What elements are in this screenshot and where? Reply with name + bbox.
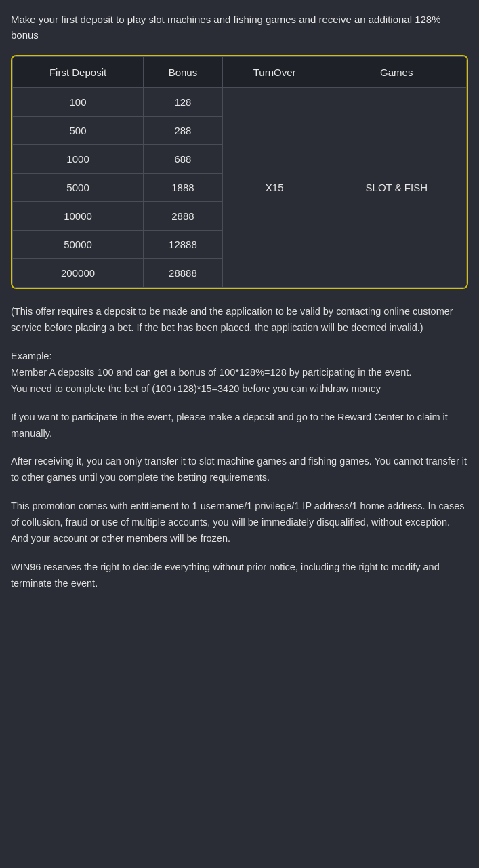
paragraph-5: This promotion comes with entitlement to… (11, 498, 468, 547)
table-row: 128 (144, 88, 223, 117)
header-text: Make your first deposit to play slot mac… (11, 12, 468, 43)
paragraph-6: WIN96 reserves the right to decide every… (11, 559, 468, 592)
table-row: 688 (144, 145, 223, 174)
table-turnover-cell: X15 (222, 88, 327, 288)
example-body: Member A deposits 100 and can get a bonu… (11, 367, 411, 394)
table-row: 1000 (13, 145, 144, 174)
table-row: 1888 (144, 174, 223, 202)
table-row: 200000 (13, 259, 144, 288)
table-row: 500 (13, 117, 144, 145)
paragraph-1: (This offer requires a deposit to be mad… (11, 304, 468, 336)
example-label: Example: (11, 349, 468, 365)
col-turnover: TurnOver (222, 57, 327, 88)
table-row: 12888 (144, 231, 223, 259)
table-row: 100 (13, 88, 144, 117)
table-row: 28888 (144, 259, 223, 288)
table-row: 5000 (13, 174, 144, 202)
col-bonus: Bonus (144, 57, 223, 88)
table-row: 2888 (144, 202, 223, 231)
paragraph-3: If you want to participate in the event,… (11, 410, 468, 442)
paragraph-4: After receiving it, you can only transfe… (11, 454, 468, 486)
example-section: Example: Member A deposits 100 and can g… (11, 349, 468, 397)
table-games-cell: SLOT & FISH (327, 88, 466, 288)
bonus-table-wrapper: First Deposit Bonus TurnOver Games 10012… (11, 55, 468, 289)
col-first-deposit: First Deposit (13, 57, 144, 88)
table-row: 288 (144, 117, 223, 145)
table-row: 50000 (13, 231, 144, 259)
table-row: 10000 (13, 202, 144, 231)
bonus-table: First Deposit Bonus TurnOver Games 10012… (12, 56, 467, 288)
col-games: Games (327, 57, 466, 88)
